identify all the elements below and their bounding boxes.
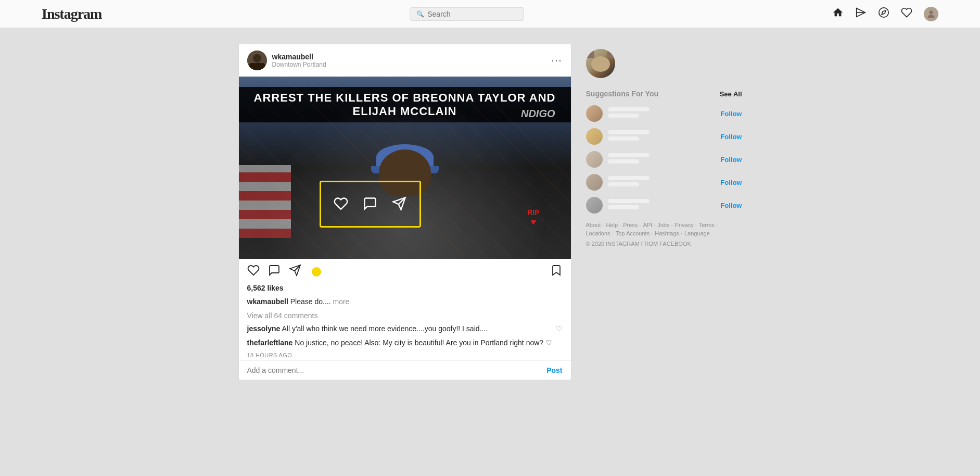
add-comment-section: Post [239,360,571,380]
feed: wkamaubell Downtown Portland ··· ARREST … [238,44,571,380]
post-location: Downtown Portland [272,61,326,68]
suggestion-info-1 [608,107,716,120]
bookmark-button[interactable] [550,264,563,280]
home-icon[interactable] [832,7,844,21]
suggestion-item-2: Follow [586,128,742,145]
like-button[interactable] [247,264,260,280]
sidebar-display-name [622,66,659,71]
comment-2-username[interactable]: thefarleftlane [247,339,293,347]
logo: Instagram [42,6,101,22]
footer-links: About Help Press API Jobs Privacy Terms … [586,222,742,236]
suggestion-bar-wide-1 [608,107,650,111]
post-username[interactable]: wkamaubell [272,53,326,61]
comment-2-text: thefarleftlane No justice, no peace! Als… [247,337,553,348]
comment-button[interactable] [268,264,281,280]
search-input[interactable] [427,10,517,18]
suggestion-info-4 [608,176,716,189]
footer-link-locations[interactable]: Locations [586,230,614,236]
share-button[interactable] [289,264,301,280]
footer-link-help[interactable]: Help [606,222,621,228]
top-navigation: Instagram 🔍 [0,0,980,28]
post-more-button[interactable]: ··· [551,55,562,66]
comment-2-heart-inline: ♡ [545,339,552,347]
suggestion-bar-wide-3 [608,153,650,157]
follow-button-1[interactable]: Follow [720,110,742,118]
suggestion-info-5 [608,199,716,211]
sidebar-footer: About Help Press API Jobs Privacy Terms … [586,222,742,247]
footer-link-hashtags[interactable]: Hashtags [655,230,682,236]
suggestion-bar-wide-5 [608,199,650,203]
comment-row-1: jessolyne All y'all who think we need mo… [239,322,571,336]
add-comment-input[interactable] [247,366,547,374]
search-bar[interactable]: 🔍 [410,7,524,21]
comment-2-content: No justice, no peace! Also: My city is b… [295,339,543,347]
footer-link-top-accounts[interactable]: Top Accounts [616,230,653,236]
svg-point-4 [930,10,933,14]
footer-link-terms[interactable]: Terms [699,222,718,228]
sidebar-username [622,56,674,62]
suggestion-avatar-4[interactable] [586,174,603,191]
see-all-button[interactable]: See All [720,90,742,98]
footer-link-about[interactable]: About [586,222,604,228]
comment-1-like[interactable]: ♡ [556,323,563,334]
follow-button-3[interactable]: Follow [720,156,742,164]
post-header-left: wkamaubell Downtown Portland [247,51,326,70]
send-icon[interactable] [855,7,867,21]
footer-link-privacy[interactable]: Privacy [675,222,697,228]
ear-left [587,49,594,58]
profile-avatar[interactable] [924,7,938,21]
suggestion-item-3: Follow [586,151,742,168]
mural-figure [353,144,457,259]
footer-link-language[interactable]: Language [684,230,710,236]
caption-more[interactable]: more [333,297,349,306]
nav-icons [832,7,938,21]
post-comment-button[interactable]: Post [546,366,562,374]
suggestion-avatar-2[interactable] [586,128,603,145]
post-user-info: wkamaubell Downtown Portland [272,53,326,68]
post-caption: wkamaubell Please do.... more [239,294,571,309]
comment-1-text: jessolyne All y'all who think we need mo… [247,323,488,334]
follow-button-4[interactable]: Follow [720,179,742,186]
suggestion-bar-narrow-3 [608,159,639,164]
sidebar-avatar[interactable] [586,49,615,78]
posters-left [239,165,291,238]
explore-icon[interactable] [878,7,889,21]
post-avatar[interactable] [247,51,267,70]
rip-label: RIP ♥ [527,208,539,228]
footer-link-api[interactable]: API [643,222,655,228]
sidebar: Suggestions For You See All Follow [586,44,742,247]
comment-1-username[interactable]: jessolyne [247,324,281,333]
suggestion-item-1: Follow [586,105,742,122]
footer-link-press[interactable]: Press [623,222,641,228]
suggestion-bar-narrow-2 [608,136,639,141]
search-icon: 🔍 [416,10,424,18]
post-card: wkamaubell Downtown Portland ··· ARREST … [238,44,571,380]
suggestion-info-2 [608,130,716,143]
svg-point-6 [253,54,261,62]
footer-copyright: © 2020 INSTAGRAM FROM FACEBOOK [586,241,742,247]
comment-1-content: All y'all who think we need more evidenc… [282,324,488,333]
suggestions-section: Suggestions For You See All Follow [586,90,742,214]
suggestion-avatar-5[interactable] [586,197,603,214]
suggestion-avatar-1[interactable] [586,105,603,122]
post-image-wrapper[interactable]: ARREST THE KILLERS OF BREONNA TAYLOR AND… [239,77,571,259]
follow-button-2[interactable]: Follow [720,133,742,141]
suggestion-bar-narrow-4 [608,182,639,186]
sidebar-avatar-inner [586,49,615,78]
svg-rect-7 [249,63,265,70]
view-all-comments[interactable]: View all 64 comments [239,309,571,322]
comment-row-2: thefarleftlane No justice, no peace! Als… [239,336,571,350]
footer-link-jobs[interactable]: Jobs [657,222,672,228]
suggestions-title: Suggestions For You [586,90,659,98]
follow-button-5[interactable]: Follow [720,202,742,209]
caption-username[interactable]: wkamaubell [247,297,288,306]
ear-right [607,49,614,58]
post-likes: 6,562 likes [239,280,571,294]
sidebar-user [586,49,742,78]
heart-icon[interactable] [901,7,912,21]
sidebar-user-info [622,56,674,71]
post-header: wkamaubell Downtown Portland ··· [239,44,571,77]
suggestion-item-5: Follow [586,197,742,214]
svg-point-2 [879,7,888,17]
suggestion-avatar-3[interactable] [586,151,603,168]
